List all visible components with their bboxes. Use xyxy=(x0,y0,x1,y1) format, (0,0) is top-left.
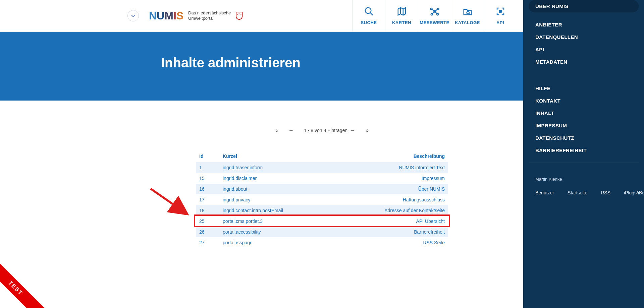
pager: « ← 1 - 8 von 8 Einträgen → » xyxy=(196,127,448,133)
cell-key: ingrid.contact.intro.postEmail xyxy=(219,205,334,216)
top-nav: SUCHE KARTEN MESSWERTE KATALOGE API xyxy=(352,0,517,32)
test-ribbon: TEST xyxy=(0,256,48,268)
sidebar-item-anbieter[interactable]: ANBIETER xyxy=(529,18,639,31)
nav-label: KARTEN xyxy=(392,20,411,25)
cell-key: ingrid.about xyxy=(219,184,334,194)
cell-desc: RSS Seite xyxy=(334,237,448,248)
nav-suche[interactable]: SUCHE xyxy=(352,0,385,32)
row-link-key[interactable]: ingrid.privacy xyxy=(223,197,250,202)
cell-id: 25 xyxy=(196,216,219,227)
row-link-desc[interactable]: Adresse auf der Kontaktseite xyxy=(384,208,445,213)
sidebar-item-api[interactable]: API xyxy=(529,43,639,56)
row-link-desc[interactable]: Über NUMIS xyxy=(418,186,445,192)
col-key[interactable]: Kürzel xyxy=(219,150,334,162)
table-row[interactable]: 25portal.cms.portlet.3API Übersicht xyxy=(196,216,448,227)
sidebar-item-metadaten[interactable]: METADATEN xyxy=(529,56,639,68)
annotation-arrow-table xyxy=(149,187,193,217)
chevron-down-icon xyxy=(131,13,135,18)
cell-key: ingrid.disclaimer xyxy=(219,173,334,184)
svg-point-7 xyxy=(499,10,502,13)
content-table: Id Kürzel Beschreibung 1ingrid.teaser.in… xyxy=(196,150,448,248)
pager-next-inline[interactable]: → xyxy=(350,127,356,133)
cell-desc: API Übersicht xyxy=(334,216,448,227)
sidebar-group-primary: ANBIETERDATENQUELLENAPIMETADATEN xyxy=(529,18,639,68)
table-row[interactable]: 17ingrid.privacyHaftungsausschluss xyxy=(196,194,448,205)
table-row[interactable]: 26portal.accessibilityBarrierefreiheit xyxy=(196,227,448,237)
table-row[interactable]: 27portal.rsspageRSS Seite xyxy=(196,237,448,248)
nav-label: SUCHE xyxy=(361,20,377,25)
sidebar-item-inhalt[interactable]: INHALT xyxy=(529,107,639,119)
catalog-icon xyxy=(463,6,473,17)
row-link-key[interactable]: ingrid.about xyxy=(223,186,247,192)
logo-wordmark: NUMIS xyxy=(149,10,183,22)
sidebar-item-datenschutz[interactable]: DATENSCHUTZ xyxy=(529,132,639,144)
cell-desc: Über NUMIS xyxy=(334,184,448,194)
cell-key: portal.cms.portlet.3 xyxy=(219,216,334,227)
cell-id: 26 xyxy=(196,227,219,237)
search-icon xyxy=(364,6,374,17)
col-id[interactable]: Id xyxy=(196,150,219,162)
header-expand-toggle[interactable] xyxy=(127,10,139,21)
row-link-key[interactable]: ingrid.disclaimer xyxy=(223,176,257,181)
sidebar-group-admin: BenutzerStartseiteRSSiPlugs/iBusInhaltSt… xyxy=(529,190,639,196)
row-link-key[interactable]: ingrid.teaser.inform xyxy=(223,165,263,170)
row-link-desc[interactable]: API Übersicht xyxy=(416,219,445,224)
row-link-desc[interactable]: Haftungsausschluss xyxy=(403,197,445,202)
content-area: « ← 1 - 8 von 8 Einträgen → » Id Kürzel … xyxy=(188,127,456,248)
sidebar-group-secondary: HILFEKONTAKTINHALTIMPRESSUMDATENSCHUTZBA… xyxy=(529,82,639,157)
table-row[interactable]: 15ingrid.disclaimerImpressum xyxy=(196,173,448,184)
row-link-key[interactable]: portal.rsspage xyxy=(223,240,253,245)
cell-id: 15 xyxy=(196,173,219,184)
row-link-desc[interactable]: Impressum xyxy=(422,176,445,181)
sidebar-item-impressum[interactable]: IMPRESSUM xyxy=(529,119,639,132)
nav-kataloge[interactable]: KATALOGE xyxy=(451,0,484,32)
cell-id: 1 xyxy=(196,162,219,173)
cell-desc: Barrierefreiheit xyxy=(334,227,448,237)
cell-id: 16 xyxy=(196,184,219,194)
sidebar-admin-rss[interactable]: RSS xyxy=(594,187,617,198)
cell-key: ingrid.teaser.inform xyxy=(219,162,334,173)
cell-desc: Adresse auf der Kontaktseite xyxy=(334,205,448,216)
logo[interactable]: NUMIS Das niedersächsischeUmweltportal xyxy=(149,10,243,22)
row-link-desc[interactable]: Barrierefreiheit xyxy=(414,229,445,235)
row-link-key[interactable]: portal.cms.portlet.3 xyxy=(223,219,263,224)
nav-karten[interactable]: KARTEN xyxy=(385,0,418,32)
sidebar-admin-startseite[interactable]: Startseite xyxy=(561,187,594,198)
pager-last[interactable]: » xyxy=(366,127,369,133)
table-row[interactable]: 1ingrid.teaser.informNUMIS informiert Te… xyxy=(196,162,448,173)
cell-key: ingrid.privacy xyxy=(219,194,334,205)
sidebar-item-datenquellen[interactable]: DATENQUELLEN xyxy=(529,31,639,43)
sidebar-user-name: Martin Klenke xyxy=(529,175,639,184)
row-link-key[interactable]: portal.accessibility xyxy=(223,229,261,235)
row-link-desc[interactable]: RSS Seite xyxy=(423,240,445,245)
table-row[interactable]: 16ingrid.aboutÜber NUMIS xyxy=(196,184,448,194)
logo-tagline: Das niedersächsischeUmweltportal xyxy=(188,10,231,21)
row-link-desc[interactable]: NUMIS informiert Text xyxy=(399,165,445,170)
pager-first[interactable]: « xyxy=(275,127,278,133)
sidebar-admin-benutzer[interactable]: Benutzer xyxy=(529,187,561,198)
nav-label: MESSWERTE xyxy=(420,20,449,25)
pager-status: 1 - 8 von 8 Einträgen → xyxy=(304,127,356,133)
nav-messwerte[interactable]: MESSWERTE xyxy=(418,0,451,32)
pager-prev[interactable]: ← xyxy=(288,127,294,133)
network-icon xyxy=(430,6,440,17)
nav-api[interactable]: API xyxy=(484,0,517,32)
nav-label: API xyxy=(496,20,504,25)
cell-key: portal.rsspage xyxy=(219,237,334,248)
sidebar-pill-uber-numis[interactable]: ÜBER NUMIS xyxy=(529,0,639,12)
table-row[interactable]: 18ingrid.contact.intro.postEmailAdresse … xyxy=(196,205,448,216)
cell-desc: Impressum xyxy=(334,173,448,184)
row-link-key[interactable]: ingrid.contact.intro.postEmail xyxy=(223,208,283,213)
sidebar-admin-iplugsibus[interactable]: iPlugs/iBus xyxy=(617,187,644,198)
svg-point-0 xyxy=(365,8,371,14)
sidebar: ÜBER NUMIS ANBIETERDATENQUELLENAPIMETADA… xyxy=(523,0,644,268)
sidebar-item-barrierefreiheit[interactable]: BARRIEREFREIHEIT xyxy=(529,144,639,157)
sidebar-item-kontakt[interactable]: KONTAKT xyxy=(529,95,639,107)
header-inner: NUMIS Das niedersächsischeUmweltportal S… xyxy=(127,0,517,32)
nav-label: KATALOGE xyxy=(455,20,480,25)
cell-desc: NUMIS informiert Text xyxy=(334,162,448,173)
cell-id: 27 xyxy=(196,237,219,248)
col-desc[interactable]: Beschreibung xyxy=(334,150,448,162)
sidebar-item-hilfe[interactable]: HILFE xyxy=(529,82,639,95)
map-icon xyxy=(397,6,407,17)
